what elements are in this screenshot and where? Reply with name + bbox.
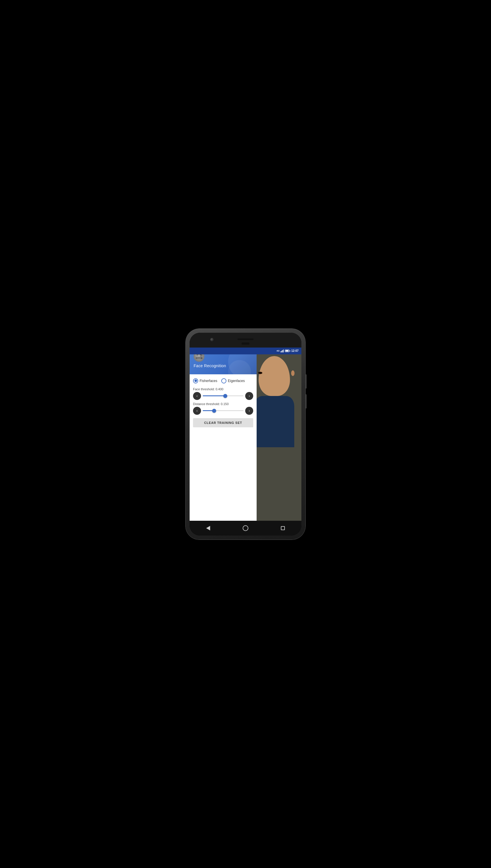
distance-threshold-label: Distance threshold: 0.150: [193, 402, 253, 406]
face-threshold-label: Face threshold: 0.400: [193, 388, 253, 391]
face-threshold-prev-btn[interactable]: ‹: [193, 392, 201, 400]
app-title: Face Recognition: [194, 364, 253, 368]
face-threshold-track[interactable]: [203, 395, 243, 396]
volume-up-button[interactable]: [306, 374, 307, 389]
distance-threshold-section: Distance threshold: 0.150 ‹: [193, 402, 253, 415]
battery-fill: [285, 350, 289, 351]
app-panel: Face Recognition Fisherfaces: [190, 347, 257, 521]
svg-rect-8: [197, 357, 201, 359]
top-bezel: [190, 333, 301, 347]
phone-device: 4G 12:07: [185, 329, 306, 539]
front-camera: [210, 338, 213, 341]
home-icon: [243, 525, 248, 531]
distance-threshold-track[interactable]: [203, 410, 243, 411]
distance-threshold-slider-row: ‹ ›: [193, 407, 253, 415]
signal-label: 4G: [277, 349, 280, 352]
recents-button[interactable]: [279, 524, 287, 532]
status-bar: 4G 12:07: [190, 347, 301, 354]
speaker: [237, 338, 254, 340]
distance-threshold-next-btn[interactable]: ›: [245, 407, 253, 415]
face-threshold-thumb[interactable]: [223, 394, 227, 398]
time-display: 12:07: [291, 349, 298, 352]
signal-icon: [281, 349, 284, 352]
face-threshold-fill: [203, 395, 225, 396]
face-threshold-next-btn[interactable]: ›: [245, 392, 253, 400]
recents-icon: [281, 526, 285, 530]
clear-training-set-button[interactable]: CLEAR TRAINING SET: [193, 418, 253, 427]
fisherfaces-label: Fisherfaces: [200, 379, 217, 383]
status-icons: 4G 12:07: [277, 349, 298, 352]
app-content: Fisherfaces Eigenfaces Face threshold: 0…: [190, 374, 257, 430]
volume-down-button[interactable]: [306, 394, 307, 408]
fisherfaces-option[interactable]: Fisherfaces: [193, 378, 217, 383]
screen: 4G 12:07: [190, 347, 301, 521]
eigenfaces-radio[interactable]: [221, 378, 226, 383]
back-icon: [206, 526, 210, 530]
eigenfaces-label: Eigenfaces: [228, 379, 244, 383]
bottom-nav: [190, 521, 301, 535]
distance-threshold-thumb[interactable]: [212, 409, 216, 413]
face-threshold-slider-row: ‹ ›: [193, 392, 253, 400]
battery-icon: [285, 349, 289, 352]
back-button[interactable]: [204, 524, 212, 532]
fisherfaces-dot: [195, 379, 197, 382]
home-button[interactable]: [241, 524, 250, 532]
distance-threshold-prev-btn[interactable]: ‹: [193, 407, 201, 415]
front-sensor: [241, 342, 250, 345]
phone-screen: 4G 12:07: [190, 333, 301, 535]
eigenfaces-option[interactable]: Eigenfaces: [221, 378, 244, 383]
face-threshold-section: Face threshold: 0.400 ‹: [193, 388, 253, 400]
algorithm-selector: Fisherfaces Eigenfaces: [193, 377, 253, 384]
fisherfaces-radio[interactable]: [193, 378, 198, 383]
